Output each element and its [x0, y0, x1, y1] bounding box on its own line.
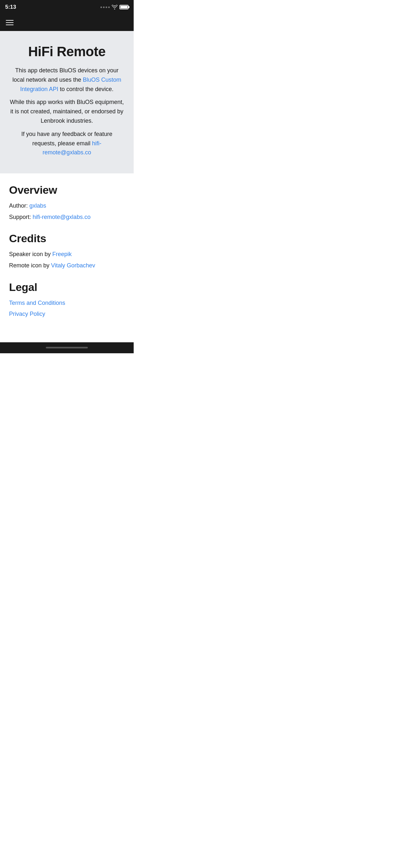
- hero-section: HiFi Remote This app detects BluOS devic…: [0, 31, 134, 174]
- hero-desc-text-3: to control the device.: [60, 86, 114, 92]
- credits-title: Credits: [9, 232, 125, 245]
- overview-author: Author: gxlabs: [9, 201, 125, 211]
- main-content: Overview Author: gxlabs Support: hifi-re…: [0, 174, 134, 342]
- terms-link-item: Terms and Conditions: [9, 298, 125, 308]
- legal-section: Legal Terms and Conditions Privacy Polic…: [9, 281, 125, 319]
- terms-link[interactable]: Terms and Conditions: [9, 300, 65, 306]
- hamburger-menu-button[interactable]: [6, 20, 13, 25]
- wifi-icon: [112, 5, 118, 9]
- legal-body: Terms and Conditions Privacy Policy: [9, 298, 125, 319]
- overview-support: Support: hifi-remote@gxlabs.co: [9, 212, 125, 222]
- hero-description: This app detects BluOS devices on your l…: [9, 66, 125, 157]
- support-label: Support:: [9, 214, 31, 220]
- speaker-icon-credit: Speaker icon by Freepik: [9, 249, 125, 259]
- nav-bar: [0, 14, 134, 31]
- credits-body: Speaker icon by Freepik Remote icon by V…: [9, 249, 125, 270]
- hamburger-line-1: [6, 20, 13, 21]
- speaker-icon-pre: Speaker icon by: [9, 251, 51, 257]
- legal-title: Legal: [9, 281, 125, 293]
- hamburger-line-3: [6, 25, 13, 25]
- status-bar: 5:13: [0, 0, 134, 14]
- support-link[interactable]: hifi-remote@gxlabs.co: [33, 214, 90, 220]
- app-title: HiFi Remote: [9, 44, 125, 59]
- home-bar: [46, 347, 88, 348]
- freepik-link[interactable]: Freepik: [52, 251, 72, 257]
- author-label: Author:: [9, 203, 28, 209]
- credits-section: Credits Speaker icon by Freepik Remote i…: [9, 232, 125, 270]
- vitaly-link[interactable]: Vitaly Gorbachev: [51, 262, 95, 269]
- overview-body: Author: gxlabs Support: hifi-remote@gxla…: [9, 201, 125, 222]
- status-icons: [100, 5, 128, 9]
- overview-section: Overview Author: gxlabs Support: hifi-re…: [9, 184, 125, 222]
- privacy-link-item: Privacy Policy: [9, 309, 125, 319]
- privacy-link[interactable]: Privacy Policy: [9, 311, 45, 317]
- hamburger-line-2: [6, 22, 13, 23]
- home-indicator: [0, 342, 134, 353]
- signal-dots-icon: [100, 6, 110, 8]
- status-time: 5:13: [5, 4, 16, 10]
- remote-icon-credit: Remote icon by Vitaly Gorbachev: [9, 260, 125, 271]
- battery-icon: [120, 5, 128, 9]
- author-link[interactable]: gxlabs: [29, 203, 46, 209]
- hero-desc-p1: This app detects BluOS devices on your l…: [9, 66, 125, 94]
- overview-title: Overview: [9, 184, 125, 196]
- remote-icon-pre: Remote icon by: [9, 262, 50, 269]
- hero-desc-p2: While this app works with BluOS equipmen…: [9, 97, 125, 125]
- hero-desc-p3: If you have any feedback or feature requ…: [9, 129, 125, 157]
